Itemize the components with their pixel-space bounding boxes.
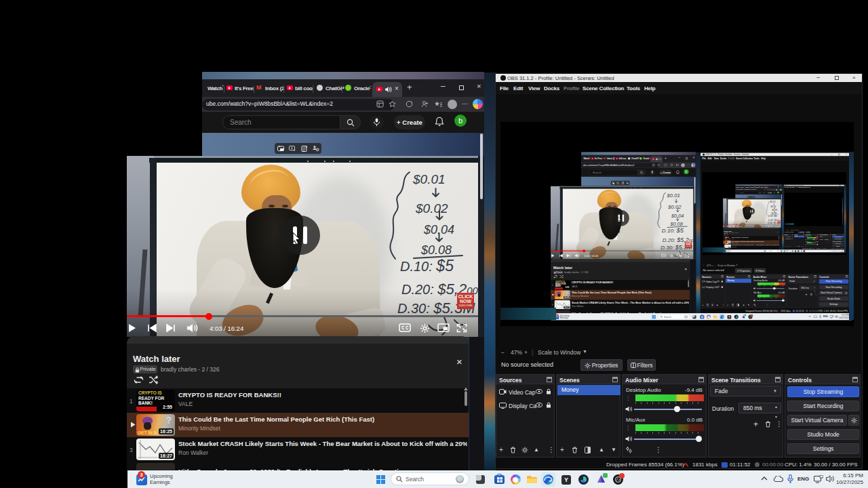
svg-text:$0.04: $0.04 [423,223,454,237]
svg-text:D.10: $5: D.10: $5 [662,227,684,234]
svg-text:$0.02: $0.02 [770,205,776,208]
svg-text:$0.02: $0.02 [667,204,682,210]
svg-text:D.10: $5: D.10: $5 [400,257,454,274]
svg-text:D.10: $5: D.10: $5 [768,215,778,218]
svg-text:$0.04: $0.04 [771,209,777,211]
svg-text:$0.01: $0.01 [667,192,680,199]
svg-text:$0.02: $0.02 [415,201,448,216]
svg-text:$0.01: $0.01 [412,172,446,186]
svg-text:$0.08: $0.08 [420,243,452,257]
svg-text:$0.08: $0.08 [669,221,682,227]
svg-text:$0.01: $0.01 [770,201,776,203]
svg-text:$0.04: $0.04 [671,213,684,219]
